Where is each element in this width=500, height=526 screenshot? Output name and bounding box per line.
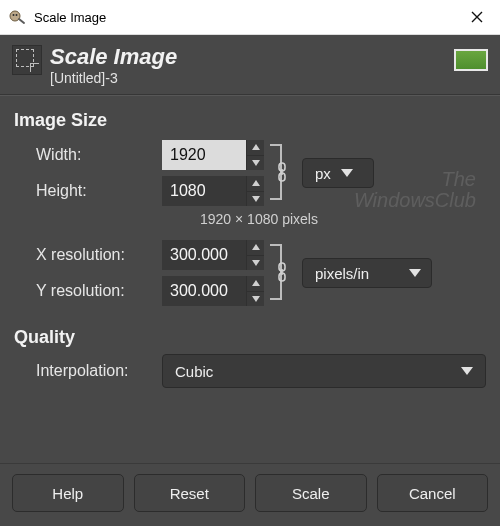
size-chain-toggle[interactable]: [274, 161, 290, 183]
window-title: Scale Image: [34, 10, 106, 25]
xres-step-down[interactable]: [246, 255, 264, 271]
scale-image-icon: [12, 45, 42, 75]
dialog-buttons: Help Reset Scale Cancel: [0, 463, 500, 526]
section-image-size: Image Size: [14, 110, 486, 131]
window-close-button[interactable]: [454, 0, 500, 34]
cancel-button[interactable]: Cancel: [377, 474, 489, 512]
size-pair: Width: Height:: [14, 137, 486, 209]
dialog-header: Scale Image [Untitled]-3: [0, 35, 500, 94]
width-step-down[interactable]: [246, 155, 264, 171]
resolution-unit-value: pixels/in: [315, 265, 369, 282]
xres-spinner: [162, 240, 264, 270]
dialog-title: Scale Image: [50, 45, 177, 68]
section-quality: Quality: [14, 327, 486, 348]
width-label: Width:: [14, 146, 162, 164]
interpolation-dropdown[interactable]: Cubic: [162, 354, 486, 388]
size-unit-value: px: [315, 165, 331, 182]
interpolation-value: Cubic: [175, 363, 213, 380]
xres-input[interactable]: [162, 240, 246, 270]
svg-point-2: [16, 14, 18, 16]
chevron-down-icon: [461, 367, 473, 375]
svg-point-1: [13, 14, 15, 16]
yres-input[interactable]: [162, 276, 246, 306]
yres-label: Y resolution:: [14, 282, 162, 300]
height-step-up[interactable]: [246, 176, 264, 191]
pixel-dimensions-hint: 1920 × 1080 pixels: [200, 211, 486, 227]
height-step-down[interactable]: [246, 191, 264, 207]
width-input[interactable]: [162, 140, 246, 170]
height-label: Height:: [14, 182, 162, 200]
yres-step-up[interactable]: [246, 276, 264, 291]
xres-label: X resolution:: [14, 246, 162, 264]
app-icon: [8, 8, 26, 26]
titlebar: Scale Image: [0, 0, 500, 35]
height-spinner: [162, 176, 264, 206]
yres-step-down[interactable]: [246, 291, 264, 307]
reset-button[interactable]: Reset: [134, 474, 246, 512]
scale-image-dialog: Scale Image The WindowsClub Scale Image …: [0, 0, 500, 526]
dialog-client: The WindowsClub Scale Image [Untitled]-3…: [0, 35, 500, 526]
interpolation-label: Interpolation:: [14, 362, 162, 380]
chain-link-icon: [276, 262, 288, 282]
resolution-unit-dropdown[interactable]: pixels/in: [302, 258, 432, 288]
resolution-pair: X resolution: Y resolution:: [14, 237, 486, 309]
help-button[interactable]: Help: [12, 474, 124, 512]
close-icon: [471, 11, 483, 23]
yres-spinner: [162, 276, 264, 306]
dialog-subtitle: [Untitled]-3: [50, 70, 177, 86]
scale-button[interactable]: Scale: [255, 474, 367, 512]
size-unit-dropdown[interactable]: px: [302, 158, 374, 188]
image-thumbnail[interactable]: [454, 49, 488, 71]
chevron-down-icon: [341, 169, 353, 177]
width-spinner: [162, 140, 264, 170]
chain-link-icon: [276, 162, 288, 182]
resolution-chain-toggle[interactable]: [274, 261, 290, 283]
chevron-down-icon: [409, 269, 421, 277]
width-step-up[interactable]: [246, 140, 264, 155]
divider: [0, 94, 500, 96]
xres-step-up[interactable]: [246, 240, 264, 255]
height-input[interactable]: [162, 176, 246, 206]
